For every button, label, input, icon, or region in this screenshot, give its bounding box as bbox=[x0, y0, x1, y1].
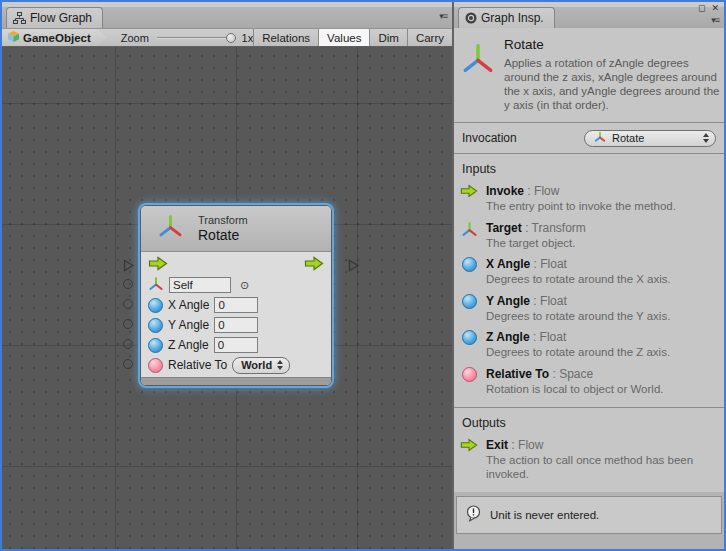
xangle-field[interactable] bbox=[214, 297, 258, 313]
input-doc-relativeto: Relative To : Space Rotation is local to… bbox=[460, 367, 718, 397]
relativeto-dropdown[interactable]: World bbox=[232, 357, 290, 374]
invocation-label: Invocation bbox=[462, 131, 517, 145]
flow-input-arrow-icon[interactable] bbox=[148, 256, 168, 274]
yangle-label: Y Angle bbox=[168, 318, 209, 332]
zangle-field[interactable] bbox=[214, 337, 258, 353]
node-target-row: ⊙ bbox=[148, 275, 324, 295]
output-doc-exit: Exit : Flow The action to call once meth… bbox=[460, 438, 718, 481]
external-target-port-icon[interactable] bbox=[123, 279, 133, 289]
inspector-tabbar: Graph Insp. ◻ ✕ ▾≡ bbox=[454, 2, 724, 28]
breadcrumb-gameobject[interactable]: GameObject bbox=[2, 29, 107, 46]
invocation-row: Invocation Rotate bbox=[454, 123, 724, 153]
unit-description: Applies a rotation of zAngle degrees aro… bbox=[504, 56, 720, 112]
dim-button[interactable]: Dim bbox=[369, 29, 406, 46]
external-flow-output-port-icon[interactable] bbox=[348, 258, 360, 276]
transform-axis-icon bbox=[460, 37, 496, 112]
zoom-slider-track bbox=[157, 37, 236, 39]
enum-port-icon bbox=[462, 367, 477, 382]
inputs-header: Inputs bbox=[460, 160, 718, 184]
unit-doc-header: Rotate Applies a rotation of zAngle degr… bbox=[454, 28, 724, 122]
xangle-label: X Angle bbox=[168, 298, 209, 312]
close-icon[interactable]: ✕ bbox=[711, 3, 719, 13]
zoom-slider-handle[interactable] bbox=[226, 33, 236, 43]
warning-text: Unit is never entered. bbox=[490, 509, 599, 521]
float-port-icon bbox=[462, 257, 477, 272]
graph-canvas[interactable]: Transform Rotate bbox=[2, 47, 452, 549]
float-port-icon bbox=[462, 294, 477, 309]
flow-graph-panel: Flow Graph ▾≡ GameObject Zoom 1x Relatio… bbox=[2, 2, 452, 549]
warning-bubble-icon bbox=[465, 505, 482, 525]
flow-graph-tabbar: Flow Graph ▾≡ bbox=[2, 2, 452, 28]
float-port-icon bbox=[462, 330, 477, 345]
dropdown-arrows-icon bbox=[703, 133, 709, 143]
node-body: ⊙ X Angle Y Angle Z Angle bbox=[141, 252, 331, 377]
tab-graph-inspector-label: Graph Insp. bbox=[481, 11, 544, 25]
relations-button[interactable]: Relations bbox=[253, 29, 318, 46]
transform-axis-icon bbox=[460, 221, 478, 251]
float-port-icon[interactable] bbox=[148, 338, 163, 353]
outputs-header: Outputs bbox=[460, 414, 718, 438]
node-flow-row bbox=[148, 255, 324, 275]
relativeto-dropdown-value: World bbox=[241, 359, 272, 371]
values-button[interactable]: Values bbox=[318, 29, 369, 46]
node-relativeto-row: Relative To World bbox=[148, 355, 324, 375]
inputs-section: Inputs Invoke : Flow The entry point to … bbox=[454, 154, 724, 407]
node-footer bbox=[141, 377, 331, 385]
input-doc-zangle: Z Angle : Float Degrees to rotate around… bbox=[460, 330, 718, 360]
external-yangle-port-icon[interactable] bbox=[123, 319, 133, 329]
zoom-value: 1x bbox=[242, 32, 254, 44]
zangle-label: Z Angle bbox=[168, 338, 209, 352]
target-self-field[interactable] bbox=[169, 277, 231, 293]
object-picker-icon[interactable]: ⊙ bbox=[240, 279, 249, 292]
transform-port-icon[interactable] bbox=[148, 276, 164, 295]
pane-menu-icon[interactable]: ▾≡ bbox=[711, 15, 719, 25]
graph-inspector-icon bbox=[465, 12, 477, 24]
enum-port-icon[interactable] bbox=[148, 358, 163, 373]
flow-arrow-icon bbox=[460, 438, 478, 481]
inspector-footer-area: Unit is never entered. bbox=[454, 492, 724, 549]
float-port-icon[interactable] bbox=[148, 298, 163, 313]
float-port-icon[interactable] bbox=[148, 318, 163, 333]
invocation-dropdown[interactable]: Rotate bbox=[584, 130, 716, 147]
node-header[interactable]: Transform Rotate bbox=[141, 206, 331, 252]
zoom-label: Zoom bbox=[121, 32, 149, 44]
external-xangle-port-icon[interactable] bbox=[123, 299, 133, 309]
tab-flow-graph-label: Flow Graph bbox=[30, 11, 92, 25]
node-yangle-row: Y Angle bbox=[148, 315, 324, 335]
flow-output-arrow-icon[interactable] bbox=[304, 256, 324, 274]
node-category: Transform bbox=[198, 214, 248, 227]
input-doc-target: Target : Transform The target object. bbox=[460, 221, 718, 251]
unit-title: Rotate bbox=[504, 37, 720, 52]
input-doc-xangle: X Angle : Float Degrees to rotate around… bbox=[460, 257, 718, 287]
dropdown-arrows-icon bbox=[277, 360, 283, 370]
rotate-unit-node[interactable]: Transform Rotate bbox=[140, 205, 332, 386]
input-doc-yangle: Y Angle : Float Degrees to rotate around… bbox=[460, 294, 718, 324]
toolbar-buttons: Relations Values Dim Carry bbox=[253, 29, 452, 46]
tab-graph-inspector[interactable]: Graph Insp. bbox=[458, 7, 555, 28]
node-zangle-row: Z Angle bbox=[148, 335, 324, 355]
transform-axis-icon bbox=[594, 131, 606, 145]
node-xangle-row: X Angle bbox=[148, 295, 324, 315]
relativeto-label: Relative To bbox=[168, 358, 227, 372]
transform-axis-icon bbox=[157, 213, 184, 244]
input-doc-invoke: Invoke : Flow The entry point to invoke … bbox=[460, 184, 718, 214]
external-relativeto-port-icon[interactable] bbox=[123, 359, 133, 369]
unity-window: Flow Graph ▾≡ GameObject Zoom 1x Relatio… bbox=[0, 0, 726, 551]
graph-inspector-panel: Graph Insp. ◻ ✕ ▾≡ Rotate Applies a rota… bbox=[454, 2, 724, 549]
external-flow-input-port-icon[interactable] bbox=[123, 258, 135, 276]
warning-banner: Unit is never entered. bbox=[456, 496, 722, 534]
zoom-slider[interactable] bbox=[157, 32, 236, 44]
external-zangle-port-icon[interactable] bbox=[123, 339, 133, 349]
carry-button[interactable]: Carry bbox=[407, 29, 452, 46]
breadcrumb-label: GameObject bbox=[23, 32, 91, 44]
node-title: Rotate bbox=[198, 227, 248, 243]
maximize-icon[interactable]: ◻ bbox=[698, 3, 705, 13]
gameobject-cube-icon bbox=[7, 30, 20, 45]
flow-graph-toolbar: GameObject Zoom 1x Relations Values Dim … bbox=[2, 28, 452, 47]
window-controls: ◻ ✕ bbox=[698, 3, 719, 13]
pane-menu-icon[interactable]: ▾≡ bbox=[439, 11, 447, 21]
yangle-field[interactable] bbox=[214, 317, 258, 333]
invocation-dropdown-value: Rotate bbox=[612, 132, 697, 144]
flow-arrow-icon bbox=[460, 184, 478, 214]
tab-flow-graph[interactable]: Flow Graph bbox=[6, 7, 103, 28]
